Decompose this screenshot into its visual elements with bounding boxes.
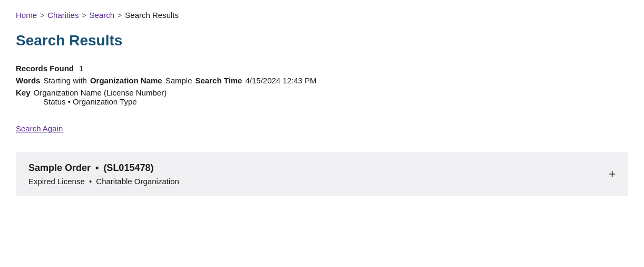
breadcrumb-sep-1: > (40, 11, 44, 20)
search-time-value: 4/15/2024 12:43 PM (245, 76, 316, 85)
breadcrumb-current: Search Results (125, 11, 179, 20)
key-value: Organization Name (License Number) (34, 88, 167, 97)
breadcrumb-search[interactable]: Search (90, 11, 115, 20)
result-org-type: Charitable Organization (96, 177, 179, 186)
key-label: Key (16, 88, 31, 97)
result-status: Expired License (28, 177, 85, 186)
result-card: Sample Order • (SL015478) Expired Licens… (16, 152, 628, 196)
breadcrumb-sep-3: > (118, 11, 122, 20)
key-subrow: Status • Organization Type (43, 97, 628, 106)
key-row: Key Organization Name (License Number) (16, 88, 628, 97)
result-card-content: Sample Order • (SL015478) Expired Licens… (28, 163, 179, 186)
search-again-link[interactable]: Search Again (16, 124, 63, 133)
result-expand-button[interactable]: + (609, 168, 616, 180)
details-bullet: • (89, 177, 94, 186)
key-section: Key Organization Name (License Number) S… (16, 88, 628, 106)
words-modifier: Starting with (43, 76, 87, 85)
breadcrumb-charities[interactable]: Charities (47, 11, 79, 20)
words-label: Words (16, 76, 40, 85)
org-name-text: Sample Order (28, 163, 91, 173)
search-time-label: Search Time (196, 76, 242, 85)
meta-section: Records Found 1 Words Starting with Orga… (16, 64, 628, 106)
result-details: Expired License • Charitable Organizatio… (28, 177, 179, 186)
license-number: (SL015478) (103, 163, 153, 173)
org-name-value: Sample (165, 76, 192, 85)
records-count: 1 (79, 64, 83, 73)
records-found-row: Records Found 1 (16, 64, 628, 73)
breadcrumb: Home > Charities > Search > Search Resul… (16, 11, 628, 20)
words-row: Words Starting with Organization Name Sa… (16, 76, 628, 85)
breadcrumb-home[interactable]: Home (16, 11, 37, 20)
records-found-label: Records Found (16, 64, 74, 73)
page-title: Search Results (16, 32, 628, 49)
org-name-bullet: • (95, 163, 101, 173)
breadcrumb-sep-2: > (82, 11, 86, 20)
result-org-name: Sample Order • (SL015478) (28, 163, 179, 174)
org-name-label: Organization Name (90, 76, 162, 85)
key-subvalue: Status • Organization Type (43, 97, 137, 106)
